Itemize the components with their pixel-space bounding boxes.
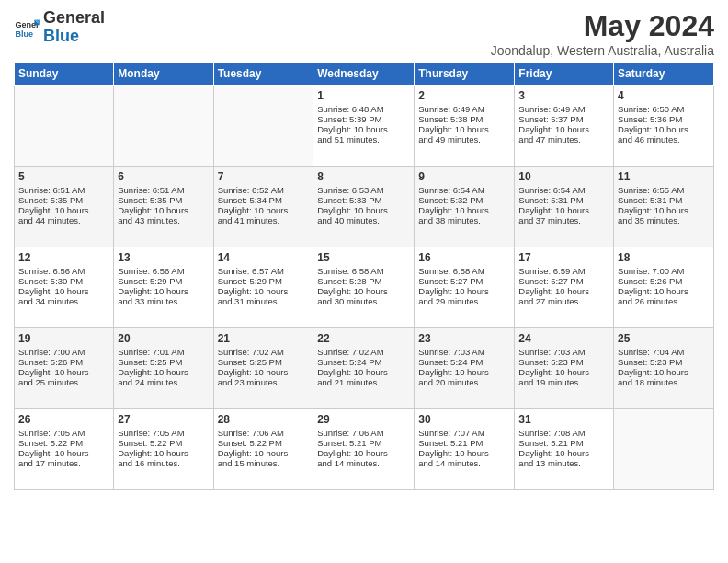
day-info: Sunset: 5:21 PM (317, 438, 410, 448)
day-cell: 2Sunrise: 6:49 AMSunset: 5:38 PMDaylight… (415, 86, 515, 167)
day-number: 14 (218, 251, 310, 264)
day-info: Sunrise: 6:49 AM (518, 104, 609, 114)
day-number: 7 (218, 170, 310, 183)
day-number: 12 (18, 251, 109, 264)
day-info: Daylight: 10 hours (618, 286, 710, 296)
day-info: Sunrise: 7:06 AM (317, 428, 410, 438)
day-of-week-header: SundayMondayTuesdayWednesdayThursdayFrid… (15, 63, 714, 86)
day-number: 2 (418, 89, 510, 102)
day-cell: 30Sunrise: 7:07 AMSunset: 5:21 PMDayligh… (415, 409, 515, 490)
day-number: 6 (118, 170, 209, 183)
day-info: Sunset: 5:24 PM (317, 357, 410, 367)
day-cell: 13Sunrise: 6:56 AMSunset: 5:29 PMDayligh… (114, 247, 213, 328)
day-info: Daylight: 10 hours (118, 286, 209, 296)
day-number: 4 (618, 89, 710, 102)
day-info: and 19 minutes. (518, 377, 609, 387)
day-number: 23 (418, 332, 510, 345)
day-info: Sunrise: 6:56 AM (18, 266, 109, 276)
day-cell: 22Sunrise: 7:02 AMSunset: 5:24 PMDayligh… (313, 328, 415, 409)
day-cell: 9Sunrise: 6:54 AMSunset: 5:32 PMDaylight… (415, 167, 515, 247)
logo-text: GeneralBlue (43, 9, 105, 46)
day-info: Sunset: 5:24 PM (418, 357, 510, 367)
day-cell: 8Sunrise: 6:53 AMSunset: 5:33 PMDaylight… (313, 167, 415, 247)
day-number: 16 (418, 251, 510, 264)
day-number: 31 (518, 413, 609, 426)
day-info: Sunset: 5:23 PM (618, 357, 710, 367)
week-row-1: 1Sunrise: 6:48 AMSunset: 5:39 PMDaylight… (15, 86, 714, 167)
day-cell: 3Sunrise: 6:49 AMSunset: 5:37 PMDaylight… (515, 86, 614, 167)
day-info: Sunset: 5:22 PM (18, 438, 109, 448)
day-info: Daylight: 10 hours (518, 448, 609, 458)
day-info: Sunrise: 6:59 AM (518, 266, 609, 276)
day-cell: 29Sunrise: 7:06 AMSunset: 5:21 PMDayligh… (313, 409, 415, 490)
day-info: Daylight: 10 hours (18, 448, 109, 458)
day-info: Sunset: 5:36 PM (618, 114, 710, 124)
day-info: Daylight: 10 hours (118, 367, 209, 377)
day-number: 17 (518, 251, 609, 264)
day-info: Sunrise: 7:06 AM (218, 428, 310, 438)
day-info: Sunset: 5:22 PM (118, 438, 209, 448)
day-info: Sunset: 5:25 PM (218, 357, 310, 367)
day-info: Sunrise: 6:57 AM (218, 266, 310, 276)
day-info: Daylight: 10 hours (618, 124, 710, 134)
day-info: Sunrise: 6:58 AM (418, 266, 510, 276)
day-info: Sunrise: 6:48 AM (317, 104, 410, 114)
day-info: Sunset: 5:35 PM (118, 195, 209, 205)
day-info: and 40 minutes. (317, 215, 410, 225)
day-info: Daylight: 10 hours (218, 367, 310, 377)
day-number: 10 (518, 170, 609, 183)
day-info: and 18 minutes. (618, 377, 710, 387)
day-info: Sunset: 5:22 PM (218, 438, 310, 448)
day-info: and 38 minutes. (418, 215, 510, 225)
dow-cell-friday: Friday (515, 63, 614, 86)
day-info: Daylight: 10 hours (418, 205, 510, 215)
day-info: Sunset: 5:31 PM (618, 195, 710, 205)
day-info: Sunset: 5:35 PM (18, 195, 109, 205)
day-number: 30 (418, 413, 510, 426)
day-number: 26 (18, 413, 109, 426)
day-info: Sunset: 5:21 PM (418, 438, 510, 448)
day-info: Sunset: 5:25 PM (118, 357, 209, 367)
title-block: May 2024 Joondalup, Western Australia, A… (491, 9, 714, 58)
day-cell: 27Sunrise: 7:05 AMSunset: 5:22 PMDayligh… (114, 409, 213, 490)
day-cell: 28Sunrise: 7:06 AMSunset: 5:22 PMDayligh… (213, 409, 313, 490)
day-cell: 23Sunrise: 7:03 AMSunset: 5:24 PMDayligh… (415, 328, 515, 409)
day-number: 24 (518, 332, 609, 345)
dow-cell-sunday: Sunday (15, 63, 114, 86)
day-info: and 26 minutes. (618, 296, 710, 306)
day-cell: 18Sunrise: 7:00 AMSunset: 5:26 PMDayligh… (614, 247, 714, 328)
day-info: Sunrise: 7:00 AM (18, 347, 109, 357)
day-info: Daylight: 10 hours (618, 205, 710, 215)
day-info: Sunset: 5:26 PM (18, 357, 109, 367)
day-info: Sunrise: 6:53 AM (317, 185, 410, 195)
day-info: Sunrise: 6:54 AM (518, 185, 609, 195)
day-number: 20 (118, 332, 209, 345)
day-cell: 16Sunrise: 6:58 AMSunset: 5:27 PMDayligh… (415, 247, 515, 328)
day-info: Sunset: 5:26 PM (618, 276, 710, 286)
day-info: Sunrise: 7:03 AM (518, 347, 609, 357)
day-cell: 21Sunrise: 7:02 AMSunset: 5:25 PMDayligh… (213, 328, 313, 409)
day-info: Sunrise: 7:00 AM (618, 266, 710, 276)
month-title: May 2024 (491, 9, 714, 43)
day-info: and 13 minutes. (518, 458, 609, 468)
day-info: Sunrise: 7:08 AM (518, 428, 609, 438)
day-cell: 24Sunrise: 7:03 AMSunset: 5:23 PMDayligh… (515, 328, 614, 409)
calendar-table: SundayMondayTuesdayWednesdayThursdayFrid… (14, 62, 714, 490)
day-info: Sunrise: 6:52 AM (218, 185, 310, 195)
day-cell: 5Sunrise: 6:51 AMSunset: 5:35 PMDaylight… (15, 167, 114, 247)
day-info: and 51 minutes. (317, 134, 410, 144)
day-info: and 37 minutes. (518, 215, 609, 225)
day-cell: 26Sunrise: 7:05 AMSunset: 5:22 PMDayligh… (15, 409, 114, 490)
day-number: 1 (317, 89, 410, 102)
week-row-4: 19Sunrise: 7:00 AMSunset: 5:26 PMDayligh… (15, 328, 714, 409)
day-info: and 35 minutes. (618, 215, 710, 225)
week-row-5: 26Sunrise: 7:05 AMSunset: 5:22 PMDayligh… (15, 409, 714, 490)
week-row-3: 12Sunrise: 6:56 AMSunset: 5:30 PMDayligh… (15, 247, 714, 328)
day-info: Sunset: 5:28 PM (317, 276, 410, 286)
day-info: Sunrise: 7:02 AM (317, 347, 410, 357)
day-info: and 46 minutes. (618, 134, 710, 144)
day-number: 15 (317, 251, 410, 264)
day-info: and 33 minutes. (118, 296, 209, 306)
day-info: Sunrise: 7:03 AM (418, 347, 510, 357)
day-info: Daylight: 10 hours (418, 448, 510, 458)
